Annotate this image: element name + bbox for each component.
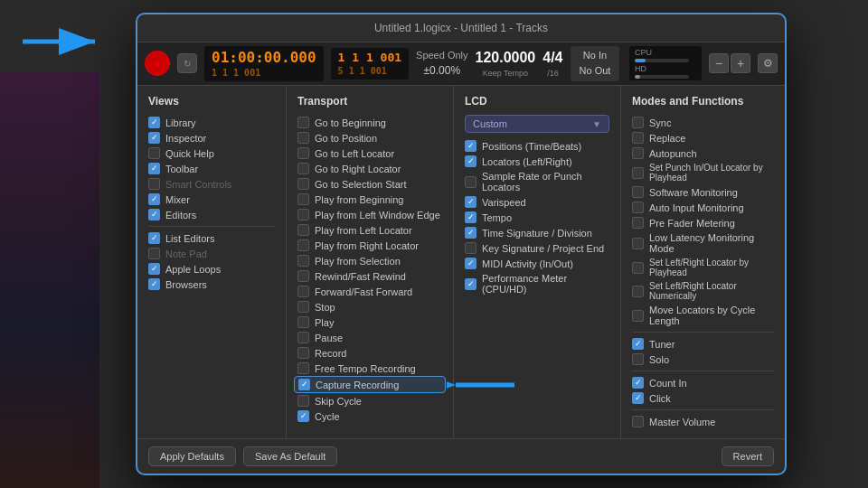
m-sync[interactable]: Sync — [632, 115, 774, 130]
view-quick-help[interactable]: Quick Help — [148, 145, 275, 161]
time-sig-sub: /16 — [542, 68, 562, 80]
t-capture-recording-checkbox[interactable] — [298, 379, 310, 390]
view-note-pad-label: Note Pad — [165, 249, 207, 259]
view-browsers[interactable]: Browsers — [148, 277, 275, 292]
lcd-time-sig[interactable]: Time Signature / Division — [465, 225, 609, 240]
transport-bar: ● ↻ 01:00:00.000 1 1 1 001 1 1 1 001 5 1… — [137, 42, 785, 87]
view-quick-help-checkbox[interactable] — [148, 147, 160, 159]
view-smart-controls-checkbox[interactable] — [148, 178, 160, 190]
view-note-pad[interactable]: Note Pad — [148, 246, 275, 261]
view-library-checkbox[interactable] — [148, 117, 160, 128]
time-sub: 1 1 1 001 — [212, 67, 316, 79]
modes-header: Modes and Functions — [632, 95, 774, 108]
speed-label: Speed Only — [416, 49, 467, 62]
m-pre-fader[interactable]: Pre Fader Metering — [632, 215, 774, 230]
view-inspector[interactable]: Inspector — [148, 130, 275, 145]
view-apple-loops-label: Apple Loops — [165, 264, 221, 275]
t-forward[interactable]: Forward/Fast Forward — [297, 284, 442, 299]
t-play-left-locator[interactable]: Play from Left Locator — [297, 222, 442, 238]
m-low-latency[interactable]: Low Latency Monitoring Mode — [632, 230, 774, 256]
view-list-editors-checkbox[interactable] — [148, 232, 160, 244]
m-auto-input[interactable]: Auto Input Monitoring — [632, 200, 774, 215]
no-out: No Out — [580, 63, 611, 80]
time-main: 01:00:00.000 — [212, 49, 316, 68]
m-solo[interactable]: Solo — [632, 352, 774, 367]
m-move-locators[interactable]: Move Locators by Cycle Length — [632, 303, 774, 328]
view-mixer-checkbox[interactable] — [148, 193, 160, 205]
t-skip-cycle[interactable]: Skip Cycle — [297, 393, 442, 408]
t-cycle[interactable]: Cycle — [297, 408, 442, 424]
view-library-label: Library — [165, 117, 196, 128]
lcd-performance-meter[interactable]: Performance Meter (CPU/HD) — [465, 271, 609, 296]
view-toolbar[interactable]: Toolbar — [148, 161, 275, 176]
apply-defaults-button[interactable]: Apply Defaults — [148, 446, 236, 466]
zoom-out-button[interactable]: − — [709, 53, 729, 73]
settings-button[interactable]: ⚙ — [758, 53, 778, 73]
t-play-right-locator[interactable]: Play from Right Locator — [297, 238, 442, 253]
lcd-locators[interactable]: Locators (Left/Right) — [465, 154, 609, 169]
lcd-tempo[interactable]: Tempo — [465, 210, 609, 225]
lcd-midi-activity[interactable]: MIDI Activity (In/Out) — [465, 256, 609, 271]
view-smart-controls-label: Smart Controls — [165, 179, 231, 190]
lcd-positions[interactable]: Positions (Time/Beats) — [465, 138, 609, 154]
lcd-key-sig[interactable]: Key Signature / Project End — [465, 240, 609, 256]
tempo-section: 120.0000 Keep Tempo — [476, 48, 536, 80]
view-inspector-checkbox[interactable] — [148, 132, 160, 144]
view-editors-checkbox[interactable] — [148, 209, 160, 221]
m-click[interactable]: Click — [632, 390, 774, 406]
cpu-section: CPU HD — [629, 46, 702, 80]
view-browsers-label: Browsers — [165, 279, 207, 290]
view-apple-loops-checkbox[interactable] — [148, 263, 160, 275]
t-cycle-checkbox[interactable] — [297, 410, 309, 422]
m-set-numerically[interactable]: Set Left/Right Locator Numerically — [632, 279, 774, 303]
m-count-in[interactable]: Count In — [632, 375, 774, 390]
m-set-left-right[interactable]: Set Left/Right Locator by Playhead — [632, 256, 774, 279]
t-free-tempo[interactable]: Free Tempo Recording — [297, 361, 442, 376]
transport-column: Transport Go to Beginning Go to Position… — [287, 86, 454, 438]
m-master-volume[interactable]: Master Volume — [632, 414, 774, 429]
view-browsers-checkbox[interactable] — [148, 278, 160, 290]
t-play-left-window[interactable]: Play from Left Window Edge — [297, 207, 442, 222]
t-go-beginning[interactable]: Go to Beginning — [297, 115, 442, 130]
t-stop[interactable]: Stop — [297, 299, 442, 314]
bars-sub: 5 1 1 001 — [338, 65, 401, 77]
view-note-pad-checkbox[interactable] — [148, 248, 160, 259]
m-set-punch[interactable]: Set Punch In/Out Locator by Playhead — [632, 161, 774, 184]
t-go-position[interactable]: Go to Position — [297, 130, 442, 145]
m-software-monitoring[interactable]: Software Monitoring — [632, 184, 774, 200]
t-capture-recording[interactable]: Capture Recording — [294, 376, 446, 393]
view-editors[interactable]: Editors — [148, 207, 275, 222]
zoom-in-button[interactable]: + — [731, 53, 750, 73]
lcd-dropdown[interactable]: Custom ▼ — [465, 115, 609, 133]
views-header: Views — [148, 95, 275, 108]
transport-header: Transport — [297, 95, 442, 108]
view-apple-loops[interactable]: Apple Loops — [148, 261, 275, 277]
modes-column: Modes and Functions Sync Replace Autopun… — [621, 86, 785, 438]
view-list-editors[interactable]: List Editors — [148, 230, 275, 246]
t-play-beginning[interactable]: Play from Beginning — [297, 192, 442, 207]
t-play[interactable]: Play — [297, 314, 442, 330]
t-pause[interactable]: Pause — [297, 330, 442, 345]
view-toolbar-checkbox[interactable] — [148, 163, 160, 174]
t-capture-recording-label: Capture Recording — [316, 380, 399, 390]
lcd-header: LCD — [465, 95, 609, 108]
view-editors-label: Editors — [165, 210, 196, 221]
t-go-right-locator[interactable]: Go to Right Locator — [297, 161, 442, 176]
view-smart-controls[interactable]: Smart Controls — [148, 176, 275, 192]
lcd-varispeed[interactable]: Varispeed — [465, 194, 609, 210]
lcd-sample-rate[interactable]: Sample Rate or Punch Locators — [465, 169, 609, 194]
t-record[interactable]: Record — [297, 345, 442, 361]
m-replace[interactable]: Replace — [632, 130, 774, 145]
t-rewind[interactable]: Rewind/Fast Rewind — [297, 268, 442, 284]
revert-button[interactable]: Revert — [722, 446, 774, 466]
t-go-selection-start[interactable]: Go to Selection Start — [297, 176, 442, 192]
m-tuner[interactable]: Tuner — [632, 336, 774, 352]
view-mixer[interactable]: Mixer — [148, 192, 275, 207]
record-button[interactable]: ● — [145, 51, 170, 76]
t-go-left-locator[interactable]: Go to Left Locator — [297, 145, 442, 161]
cycle-button[interactable]: ↻ — [177, 53, 197, 73]
m-autopunch[interactable]: Autopunch — [632, 145, 774, 161]
save-as-default-button[interactable]: Save As Default — [243, 446, 337, 466]
view-library[interactable]: Library — [148, 115, 275, 130]
t-play-selection[interactable]: Play from Selection — [297, 253, 442, 268]
